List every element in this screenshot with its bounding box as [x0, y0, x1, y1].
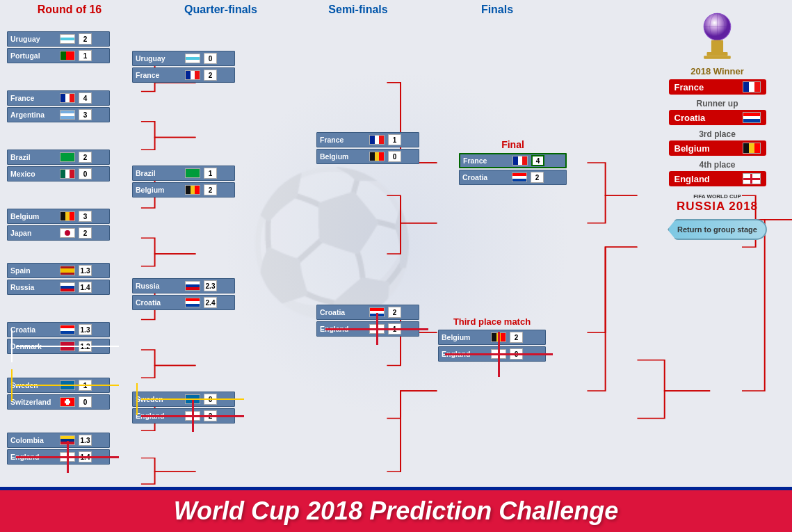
qf-row-croatia[interactable]: Croatia 2.4 — [132, 295, 235, 310]
qf-row-england[interactable]: England 2 — [132, 408, 235, 424]
winner-label: 2018 Winner — [690, 66, 743, 76]
third-row-belgium[interactable]: Belgium 2 — [438, 330, 546, 345]
team-name: Russia — [136, 282, 183, 290]
r16-row-sweden[interactable]: Sweden 1 — [7, 378, 110, 393]
r16-row-mexico[interactable]: Mexico 0 — [7, 166, 110, 182]
r16-row-switzerland[interactable]: Switzerland 0 — [7, 394, 110, 410]
team-name: France — [320, 136, 367, 144]
r16-row-croatia[interactable]: Croatia 1.3 — [7, 322, 110, 337]
qf-row-brazil[interactable]: Brazil 1 — [132, 166, 235, 181]
flag-switzerland — [60, 397, 75, 407]
flag-france-winner — [743, 81, 761, 92]
score: 0 — [79, 396, 92, 408]
score: 0 — [204, 53, 217, 64]
qf-row-uruguay[interactable]: Uruguay 0 — [132, 51, 235, 66]
score: 1 — [388, 134, 401, 145]
team-name: Belgium — [320, 152, 367, 161]
score: 0 — [79, 168, 92, 179]
r16-row-spain[interactable]: Spain 1.3 — [7, 263, 110, 278]
flag-france-qf — [185, 70, 200, 80]
team-name: Uruguay — [136, 54, 183, 63]
qf-match-1: Uruguay 0 France 2 — [132, 51, 235, 83]
r16-row-belgium[interactable]: Belgium 3 — [7, 209, 110, 224]
flag-france — [60, 93, 75, 103]
bracket-area: ⚽ Round of 16 Quarter-finals Semi-finals… — [0, 0, 792, 487]
flag-belgium-sf — [369, 152, 385, 161]
sf-row-england[interactable]: England 1 — [316, 321, 419, 337]
flag-uruguay — [60, 34, 75, 44]
footer-title: World Cup 2018 Prediction Challenge — [174, 497, 618, 526]
flag-brazil — [60, 152, 75, 162]
r16-row-russia[interactable]: Russia 1.4 — [7, 280, 110, 295]
r16-row-argentina[interactable]: Argentina 3 — [7, 107, 110, 122]
footer: World Cup 2018 Prediction Challenge — [0, 487, 792, 532]
r16-row-france[interactable]: France 4 — [7, 90, 110, 106]
flag-denmark — [60, 341, 75, 351]
r16-match-6: Croatia 1.3 Denmark 1.2 — [7, 322, 110, 354]
r16-row-denmark[interactable]: Denmark 1.2 — [7, 339, 110, 354]
final-row-croatia[interactable]: Croatia 2 — [459, 170, 567, 185]
r16-match-4: Belgium 3 Japan 2 — [7, 209, 110, 241]
russia-2018-text: RUSSIA 2018 — [677, 200, 758, 213]
header-round16: Round of 16 — [0, 3, 139, 16]
qf-row-france[interactable]: France 2 — [132, 67, 235, 83]
flag-belgium — [60, 211, 75, 221]
qf-row-belgium[interactable]: Belgium 2 — [132, 182, 235, 198]
final-row-france[interactable]: France 4 — [459, 153, 567, 168]
score: 2 — [79, 33, 92, 45]
flag-mexico — [60, 169, 75, 179]
r16-row-japan[interactable]: Japan 2 — [7, 225, 110, 241]
r16-row-england[interactable]: England 1.4 — [7, 449, 110, 465]
score: 2 — [204, 184, 217, 195]
score: 1.3 — [79, 265, 92, 276]
team-name: Colombia — [10, 436, 58, 444]
flag-japan — [60, 228, 75, 238]
r16-row-portugal[interactable]: Portugal 1 — [7, 48, 110, 63]
sf-row-croatia[interactable]: Croatia 2 — [316, 305, 419, 320]
score: 2 — [204, 70, 217, 81]
r16-row-uruguay[interactable]: Uruguay 2 — [7, 31, 110, 47]
qf-row-russia[interactable]: Russia 2.3 — [132, 278, 235, 293]
score: 4 — [79, 92, 92, 104]
r16-row-colombia[interactable]: Colombia 1.3 — [7, 433, 110, 448]
fourth-place-label: 4th place — [699, 160, 735, 170]
r16-row-brazil[interactable]: Brazil 2 — [7, 150, 110, 165]
flag-argentina — [60, 110, 75, 120]
team-name: Croatia — [136, 298, 183, 307]
sf-row-france[interactable]: France 1 — [316, 132, 419, 147]
header-finals: Finals — [428, 3, 567, 16]
flag-croatia-final — [512, 172, 527, 182]
score: 2 — [531, 172, 544, 183]
sf-row-belgium[interactable]: Belgium 0 — [316, 149, 419, 164]
r16-match-3: Brazil 2 Mexico 0 — [7, 150, 110, 182]
qf-row-sweden[interactable]: Sweden 0 — [132, 392, 235, 407]
score: 2 — [79, 152, 92, 163]
team-name: Brazil — [136, 169, 183, 177]
qf-match-4: Sweden 0 England 2 — [132, 392, 235, 424]
team-name: Belgium — [136, 186, 183, 194]
return-btn-label[interactable]: Return to group stage — [668, 219, 767, 240]
team-name: France — [10, 94, 58, 102]
header-qf: Quarter-finals — [153, 3, 289, 16]
third-row-england[interactable]: England 0 — [438, 346, 546, 362]
team-name: Spain — [10, 266, 58, 275]
qf-match-2: Brazil 1 Belgium 2 — [132, 166, 235, 198]
runner-up-label: Runner up — [697, 99, 738, 108]
team-name: Belgium — [442, 333, 489, 341]
svg-rect-4 — [711, 40, 723, 54]
r16-match-7: Sweden 1 Switzerland 0 — [7, 378, 110, 410]
score: 2 — [79, 227, 92, 239]
score: 3 — [79, 211, 92, 222]
qf-match-3: Russia 2.3 Croatia 2.4 — [132, 278, 235, 310]
score: 2.3 — [204, 280, 217, 291]
score: 1.4 — [79, 282, 92, 293]
score: 2 — [388, 307, 401, 318]
flag-croatia-qf — [185, 298, 200, 307]
score: 4 — [531, 155, 544, 166]
flag-england-r16 — [60, 452, 75, 462]
score: 2.4 — [204, 297, 217, 308]
flag-sweden — [60, 380, 75, 390]
return-button[interactable]: Return to group stage — [668, 219, 767, 240]
flag-croatia — [60, 325, 75, 334]
final-label: Final France 4 Croatia 2 — [459, 139, 567, 185]
